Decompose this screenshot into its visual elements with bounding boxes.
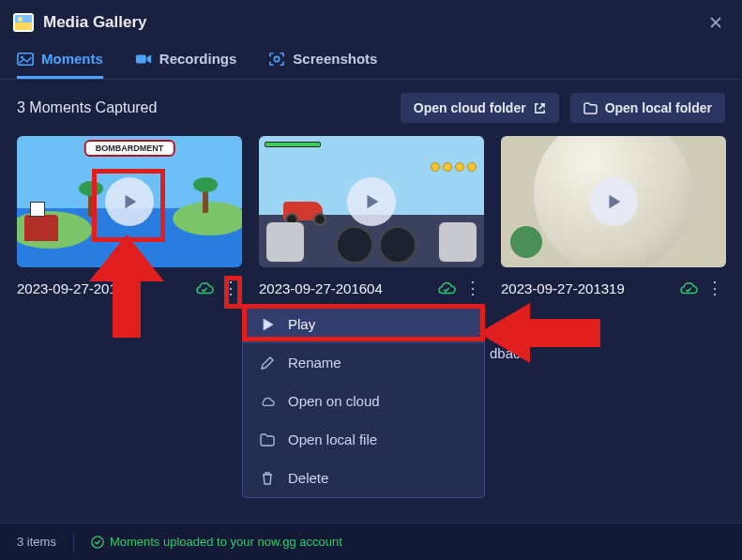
cloud-check-icon <box>437 280 456 295</box>
media-card: 2023-09-27-201319 ⋮ <box>501 136 726 299</box>
status-bar: 3 items Moments uploaded to your now.gg … <box>0 522 742 560</box>
folder-icon <box>583 102 598 114</box>
more-options-button[interactable]: ⋮ <box>220 277 242 299</box>
tab-screenshots[interactable]: Screenshots <box>268 51 377 79</box>
menu-item-label: Rename <box>288 355 341 371</box>
open-cloud-folder-button[interactable]: Open cloud folder <box>401 93 559 123</box>
window-title: Media Gallery <box>43 13 147 32</box>
menu-item-open-local[interactable]: Open local file <box>243 420 484 459</box>
more-options-button[interactable]: ⋮ <box>704 277 726 299</box>
thumbnail[interactable] <box>259 136 484 267</box>
menu-item-label: Delete <box>288 470 328 486</box>
file-name: 2023-09-27-201604 <box>259 280 432 296</box>
folder-icon <box>260 432 275 447</box>
svg-point-3 <box>275 56 280 61</box>
play-overlay-icon <box>589 177 638 226</box>
cloud-check-icon <box>679 280 698 295</box>
tab-moments[interactable]: Moments <box>17 51 103 79</box>
toolbar: 3 Moments Captured Open cloud folder Ope… <box>0 80 742 136</box>
context-menu: Play Rename Open on cloud Open local fil… <box>242 304 485 498</box>
card-row: 2023-09-27-201319 ⋮ <box>501 267 726 299</box>
open-local-folder-button[interactable]: Open local folder <box>570 93 725 123</box>
play-icon <box>260 317 275 332</box>
screenshots-icon <box>268 52 285 67</box>
tab-recordings[interactable]: Recordings <box>135 51 237 79</box>
cloud-sync-button[interactable] <box>677 277 700 299</box>
gallery-icon <box>13 13 34 32</box>
titlebar: Media Gallery <box>0 0 742 45</box>
menu-item-label: Play <box>288 316 315 332</box>
trash-icon <box>260 471 275 486</box>
menu-item-rename[interactable]: Rename <box>243 343 484 382</box>
kebab-icon: ⋮ <box>222 278 239 298</box>
svg-rect-2 <box>136 54 146 63</box>
close-icon <box>708 15 723 30</box>
cloud-open-icon <box>260 394 275 409</box>
menu-item-label: Open on cloud <box>288 393 380 409</box>
thumbnail[interactable]: BOMBARDMENT <box>17 136 242 267</box>
status-separator <box>73 533 74 552</box>
play-overlay-icon <box>347 177 396 226</box>
play-overlay-icon <box>105 177 154 226</box>
more-options-button[interactable]: ⋮ <box>462 277 484 299</box>
button-label: Open local folder <box>605 100 712 115</box>
status-upload-ok: Moments uploaded to your now.gg account <box>91 535 342 549</box>
media-grid: BOMBARDMENT 2023-09-27-201803 ⋮ <box>0 136 742 299</box>
menu-item-play[interactable]: Play <box>243 305 484 343</box>
external-link-icon <box>534 102 546 114</box>
close-button[interactable] <box>703 9 729 36</box>
menu-item-delete[interactable]: Delete <box>243 459 484 497</box>
tab-label: Recordings <box>159 51 237 67</box>
recordings-icon <box>135 52 152 67</box>
thumbnail[interactable] <box>501 136 726 267</box>
cloud-check-icon <box>195 280 214 295</box>
file-name: 2023-09-27-201803 <box>17 280 189 296</box>
cloud-sync-button[interactable] <box>435 277 458 299</box>
media-card: 2023-09-27-201604 ⋮ <box>259 136 484 299</box>
file-name: 2023-09-27-201319 <box>501 280 674 296</box>
button-label: Open cloud folder <box>414 100 526 115</box>
tab-label: Moments <box>41 51 103 67</box>
kebab-icon: ⋮ <box>706 278 723 298</box>
media-card: BOMBARDMENT 2023-09-27-201803 ⋮ <box>17 136 242 299</box>
card-row: 2023-09-27-201604 ⋮ <box>259 267 484 299</box>
pencil-icon <box>260 356 275 371</box>
menu-item-open-cloud[interactable]: Open on cloud <box>243 382 484 420</box>
cloud-sync-button[interactable] <box>193 277 216 299</box>
thumbnail-banner: BOMBARDMENT <box>84 140 175 157</box>
kebab-icon: ⋮ <box>464 278 481 298</box>
check-circle-icon <box>91 536 104 549</box>
card-row: 2023-09-27-201803 ⋮ <box>17 267 242 299</box>
status-message: Moments uploaded to your now.gg account <box>110 535 342 549</box>
tab-bar: Moments Recordings Screenshots <box>0 45 742 80</box>
obscured-text-right: dback! <box>490 345 531 361</box>
tab-label: Screenshots <box>293 51 377 67</box>
status-item-count: 3 items <box>17 535 56 549</box>
svg-point-1 <box>21 55 23 58</box>
menu-item-label: Open local file <box>288 431 377 447</box>
moments-icon <box>17 52 34 67</box>
captured-count-label: 3 Moments Captured <box>17 99 157 116</box>
